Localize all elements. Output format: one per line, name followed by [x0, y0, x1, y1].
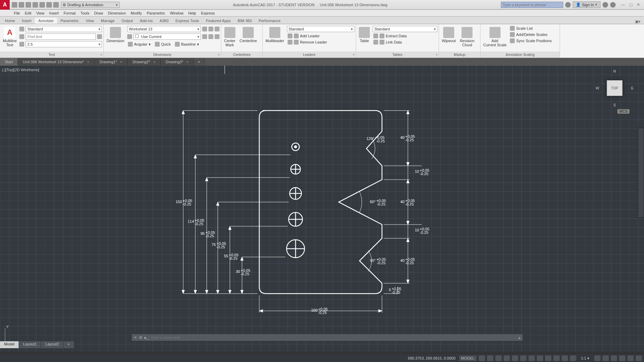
- doc-tab-2[interactable]: Drawing1*✕: [95, 58, 128, 66]
- close-icon[interactable]: ✕: [120, 60, 122, 64]
- drawing-canvas[interactable]: [-][Top][2D Wireframe]: [0, 66, 644, 352]
- qat-save-icon[interactable]: [26, 2, 31, 8]
- leader-style-dropdown[interactable]: Standard: [287, 26, 354, 32]
- wcs-badge[interactable]: WCS: [617, 109, 629, 114]
- add-delete-scales-button[interactable]: Add/Delete Scales: [509, 32, 558, 37]
- menu-insert[interactable]: Insert: [49, 11, 59, 15]
- layout-tab-layout1[interactable]: Layout1: [19, 341, 41, 348]
- dim-tol-icon[interactable]: [215, 34, 220, 39]
- qat-undo-icon[interactable]: [46, 2, 52, 8]
- isolate-objects-icon[interactable]: [619, 355, 625, 361]
- exchange-icon[interactable]: [603, 2, 608, 8]
- close-icon[interactable]: ✕: [186, 60, 189, 64]
- cycling-toggle-icon[interactable]: [545, 355, 551, 361]
- annotation-visibility-icon[interactable]: [562, 355, 568, 361]
- infocenter-search[interactable]: [501, 2, 563, 8]
- cmd-close-icon[interactable]: ✕: [134, 335, 137, 340]
- menu-view[interactable]: View: [36, 11, 45, 15]
- panel-tables-title[interactable]: Tables: [356, 51, 439, 58]
- close-button[interactable]: ✕: [637, 2, 640, 7]
- link-data-button[interactable]: Link Data: [373, 39, 437, 45]
- doc-tab-start[interactable]: Start: [0, 58, 18, 66]
- table-style-dropdown[interactable]: Standard: [373, 26, 437, 32]
- table-button[interactable]: Table: [357, 26, 371, 44]
- doc-tab-1[interactable]: Unit 006 Worksheet 13 Dimensions*✕: [18, 58, 95, 66]
- qat-redo-icon[interactable]: [53, 2, 59, 8]
- cmd-history-icon[interactable]: ▴: [519, 335, 521, 340]
- new-doc-tab[interactable]: +: [194, 58, 204, 66]
- lineweight-toggle-icon[interactable]: [529, 355, 535, 361]
- dim-style-dropdown[interactable]: Worksheet 13: [127, 26, 201, 32]
- menu-edit[interactable]: Edit: [25, 11, 31, 15]
- help-icon[interactable]: [610, 2, 616, 8]
- tab-parametric[interactable]: Parametric: [57, 18, 82, 24]
- extract-data-button[interactable]: Extract Data: [373, 33, 437, 39]
- menu-window[interactable]: Window: [170, 11, 184, 15]
- dimension-button[interactable]: Dimension: [105, 26, 126, 44]
- customization-icon[interactable]: [603, 355, 609, 361]
- panel-dimensions-title[interactable]: Dimensions: [104, 51, 221, 58]
- ribbon-toggle-icon[interactable]: ▣▾: [635, 19, 641, 24]
- dim-continue-icon[interactable]: [202, 34, 207, 39]
- multiline-text-button[interactable]: A Multiline Text: [1, 26, 18, 48]
- annotation-scale[interactable]: 1:1 ▾: [578, 356, 592, 361]
- dim-update-icon[interactable]: [202, 27, 207, 31]
- menu-express[interactable]: Express: [201, 11, 215, 15]
- viewcube-north[interactable]: N: [613, 69, 616, 73]
- menu-parametric[interactable]: Parametric: [147, 11, 165, 15]
- text-style-dropdown[interactable]: Standard: [26, 26, 102, 32]
- angular-button[interactable]: Angular▾: [127, 41, 151, 47]
- maximize-button[interactable]: ▢: [629, 2, 633, 7]
- tab-annotate[interactable]: Annotate: [35, 18, 57, 24]
- minimize-button[interactable]: —: [621, 2, 625, 7]
- revision-cloud-button[interactable]: Revision Cloud: [458, 26, 476, 48]
- tab-manage[interactable]: Manage: [97, 18, 118, 24]
- ortho-toggle-icon[interactable]: [495, 355, 502, 361]
- viewcube-west[interactable]: W: [596, 86, 599, 90]
- tab-featured-apps[interactable]: Featured Apps: [203, 18, 234, 24]
- transparency-toggle-icon[interactable]: [537, 355, 543, 361]
- qat-plot-icon[interactable]: [39, 2, 45, 8]
- tab-home[interactable]: Home: [1, 18, 18, 24]
- menu-modify[interactable]: Modify: [131, 11, 142, 15]
- tab-view[interactable]: View: [82, 18, 97, 24]
- viewcube-south[interactable]: S: [613, 103, 616, 107]
- autoscale-icon[interactable]: [570, 355, 576, 361]
- command-input[interactable]: [151, 335, 516, 340]
- dim-jog-icon[interactable]: [215, 27, 220, 31]
- qat-saveas-icon[interactable]: [32, 2, 38, 8]
- add-leader-button[interactable]: Add Leader: [287, 33, 354, 39]
- command-line[interactable]: ✕ ⚙ ▸_ ▴: [131, 334, 523, 341]
- hardware-accel-icon[interactable]: [611, 355, 617, 361]
- panel-leaders-title[interactable]: Leaders: [263, 51, 356, 58]
- annotation-monitor-icon[interactable]: [553, 355, 560, 361]
- text-height-dropdown[interactable]: 2.5: [26, 41, 102, 47]
- layout-tab-add[interactable]: +: [63, 341, 74, 348]
- dim-break-icon[interactable]: [208, 27, 213, 31]
- osnap-toggle-icon[interactable]: [512, 355, 518, 361]
- find-text-input[interactable]: [26, 34, 96, 40]
- find-go-icon[interactable]: [97, 34, 102, 39]
- doc-tab-3[interactable]: Drawing2*✕: [128, 58, 161, 66]
- signin-button[interactable]: 👤 Sign In: [573, 1, 600, 8]
- close-icon[interactable]: ✕: [87, 60, 90, 64]
- close-icon[interactable]: ✕: [153, 60, 156, 64]
- workspace-switch-icon[interactable]: [594, 355, 600, 361]
- tab-insert[interactable]: Insert: [18, 18, 35, 24]
- menu-help[interactable]: Help: [188, 11, 196, 15]
- tab-express-tools[interactable]: Express Tools: [172, 18, 203, 24]
- navigation-bar[interactable]: [638, 128, 644, 218]
- viewcube[interactable]: N S E W TOP: [596, 69, 634, 107]
- qat-open-icon[interactable]: [19, 2, 24, 8]
- infocenter-icon[interactable]: [565, 2, 571, 8]
- menu-file[interactable]: File: [14, 11, 20, 15]
- layout-tab-layout2[interactable]: Layout2: [41, 341, 63, 348]
- menu-dimension[interactable]: Dimension: [108, 11, 126, 15]
- dim-layer-dropdown[interactable]: Use Current: [133, 34, 201, 40]
- menu-tools[interactable]: Tools: [81, 11, 90, 15]
- layout-tab-model[interactable]: Model: [0, 341, 19, 348]
- workspace-dropdown[interactable]: Drafting & Annotation: [61, 2, 120, 8]
- menu-draw[interactable]: Draw: [94, 11, 103, 15]
- sync-scale-button[interactable]: Sync Scale Positions: [509, 38, 558, 44]
- panel-text-title[interactable]: Text: [0, 51, 103, 58]
